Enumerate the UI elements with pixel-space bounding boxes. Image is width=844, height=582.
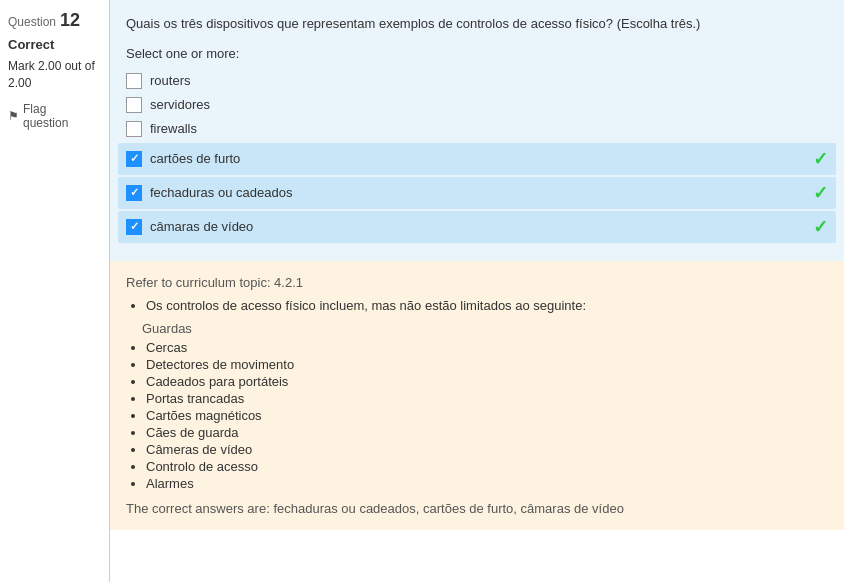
- option-label-opt1: routers: [150, 73, 828, 88]
- flag-label: Flagquestion: [23, 102, 68, 130]
- correct-tick-opt6: ✓: [813, 216, 828, 238]
- feedback-item-3: Portas trancadas: [146, 391, 828, 406]
- sidebar: Question 12 Correct Mark 2.00 out of2.00…: [0, 0, 110, 582]
- checkmark-icon: ✓: [130, 152, 139, 165]
- feedback-item-2: Cadeados para portáteis: [146, 374, 828, 389]
- option-row-opt2[interactable]: servidores: [126, 93, 828, 117]
- question-block: Quais os três dispositivos que represent…: [110, 0, 844, 261]
- correct-answers-text: The correct answers are: fechaduras ou c…: [126, 501, 828, 516]
- option-row-opt5[interactable]: ✓fechaduras ou cadeados✓: [118, 177, 836, 209]
- feedback-item-8: Alarmes: [146, 476, 828, 491]
- checkbox-opt1[interactable]: [126, 73, 142, 89]
- flag-question-button[interactable]: ⚑ Flagquestion: [8, 102, 101, 130]
- status-badge: Correct: [8, 37, 101, 52]
- feedback-items-list: CercasDetectores de movimentoCadeados pa…: [126, 340, 828, 491]
- option-row-opt1[interactable]: routers: [126, 69, 828, 93]
- feedback-ref: Refer to curriculum topic: 4.2.1: [126, 275, 828, 290]
- checkbox-opt3[interactable]: [126, 121, 142, 137]
- select-label: Select one or more:: [126, 46, 828, 61]
- main-content: Quais os três dispositivos que represent…: [110, 0, 844, 582]
- checkbox-opt6[interactable]: ✓: [126, 219, 142, 235]
- feedback-item-6: Câmeras de vídeo: [146, 442, 828, 457]
- feedback-item-5: Cães de guarda: [146, 425, 828, 440]
- flag-icon: ⚑: [8, 109, 19, 123]
- option-label-opt2: servidores: [150, 97, 828, 112]
- checkbox-opt5[interactable]: ✓: [126, 185, 142, 201]
- option-row-opt4[interactable]: ✓cartões de furto✓: [118, 143, 836, 175]
- feedback-item-1: Detectores de movimento: [146, 357, 828, 372]
- option-label-opt5: fechaduras ou cadeados: [150, 185, 805, 200]
- feedback-item-4: Cartões magnéticos: [146, 408, 828, 423]
- option-label-opt3: firewalls: [150, 121, 828, 136]
- option-row-opt3[interactable]: firewalls: [126, 117, 828, 141]
- question-label: Question: [8, 15, 56, 29]
- question-text: Quais os três dispositivos que represent…: [126, 14, 828, 34]
- feedback-item-7: Controlo de acesso: [146, 459, 828, 474]
- option-row-opt6[interactable]: ✓câmaras de vídeo✓: [118, 211, 836, 243]
- options-container: routersservidoresfirewalls✓cartões de fu…: [126, 69, 828, 243]
- feedback-subheading: Guardas: [142, 321, 828, 336]
- correct-tick-opt5: ✓: [813, 182, 828, 204]
- feedback-intro: Os controlos de acesso físico incluem, m…: [146, 298, 828, 313]
- checkbox-opt4[interactable]: ✓: [126, 151, 142, 167]
- checkmark-icon: ✓: [130, 186, 139, 199]
- checkmark-icon: ✓: [130, 220, 139, 233]
- feedback-item-0: Cercas: [146, 340, 828, 355]
- option-label-opt4: cartões de furto: [150, 151, 805, 166]
- question-number: 12: [60, 10, 80, 31]
- correct-tick-opt4: ✓: [813, 148, 828, 170]
- option-label-opt6: câmaras de vídeo: [150, 219, 805, 234]
- mark-value: Mark 2.00 out of2.00: [8, 58, 101, 92]
- feedback-block: Refer to curriculum topic: 4.2.1 Os cont…: [110, 261, 844, 530]
- checkbox-opt2[interactable]: [126, 97, 142, 113]
